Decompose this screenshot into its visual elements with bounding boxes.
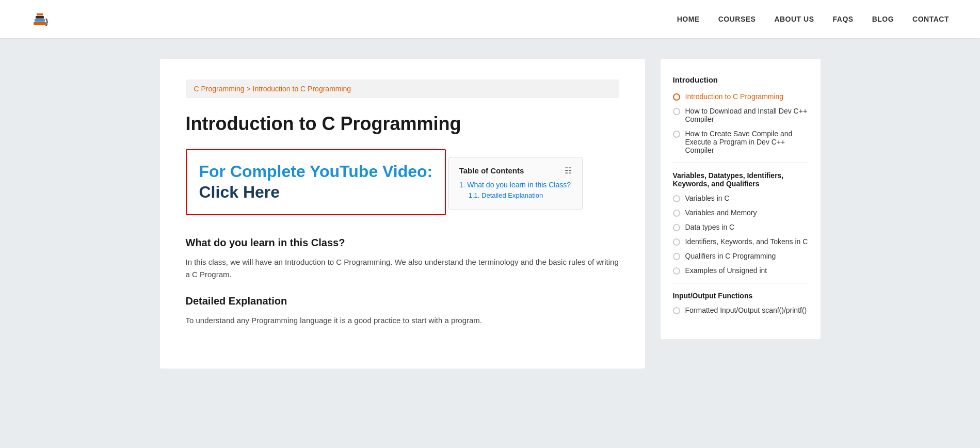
sidebar-item-label: Data types in C [685, 223, 735, 231]
sidebar-item-label: Identifiers, Keywords, and Tokens in C [685, 237, 808, 246]
page-title: Introduction to C Programming [186, 113, 619, 135]
sidebar-item-label: Variables and Memory [685, 209, 757, 217]
toc-list: 1. What do you learn in this Class? 1.1.… [459, 181, 572, 199]
header: } HOME COURSES ABOUT US FAQS BLOG CONTAC… [0, 0, 980, 38]
breadcrumb-link-cprogramming[interactable]: C Programming [194, 85, 245, 93]
sidebar-item-data-types[interactable]: Data types in C [673, 223, 808, 231]
sidebar-radio-var-6 [673, 267, 680, 275]
toc-item-1[interactable]: 1. What do you learn in this Class? 1.1.… [459, 181, 572, 199]
sidebar-item-intro-c-prog[interactable]: Introduction to C Programming [673, 92, 808, 101]
youtube-box[interactable]: For Complete YouTube Video: Click Here [186, 149, 446, 215]
sidebar-item-label: Introduction to C Programming [685, 92, 784, 101]
svg-rect-3 [37, 13, 43, 15]
sidebar-item-formatted-io[interactable]: Formatted Input/Output scanf()/printf() [673, 306, 808, 314]
sidebar-radio-inactive-1 [673, 108, 680, 115]
toc-sublink-1-1[interactable]: 1.1. Detailed Explanation [469, 191, 543, 199]
section2-heading: Detailed Explanation [186, 295, 619, 307]
sidebar-item-label: Qualifiers in C Programming [685, 252, 776, 260]
nav-item-faqs[interactable]: FAQS [833, 14, 854, 24]
sidebar-radio-var-4 [673, 238, 680, 246]
toc-title: Table of Contents [459, 166, 524, 175]
breadcrumb-link-intro[interactable]: Introduction to C Programming [253, 85, 351, 93]
sidebar-radio-active [673, 93, 680, 101]
sidebar-item-unsigned-int[interactable]: Examples of Unsigned int [673, 266, 808, 275]
youtube-link[interactable]: For Complete YouTube Video: Click Here [199, 162, 433, 203]
toc-subitem-1-1[interactable]: 1.1. Detailed Explanation [469, 191, 572, 199]
toc-sublist-1: 1.1. Detailed Explanation [469, 191, 572, 199]
toc-link-1[interactable]: 1. What do you learn in this Class? [459, 181, 571, 189]
main-nav: HOME COURSES ABOUT US FAQS BLOG CONTACT [677, 14, 949, 24]
section1-heading: What do you learn in this Class? [186, 237, 619, 249]
svg-text:}: } [45, 18, 49, 26]
sidebar-intro-title: Introduction [673, 75, 808, 84]
sidebar-radio-io-1 [673, 307, 680, 314]
sidebar-item-download-install[interactable]: How to Download and Install Dev C++ Comp… [673, 107, 808, 123]
nav-item-home[interactable]: HOME [677, 14, 700, 24]
sidebar-radio-var-1 [673, 195, 680, 202]
sidebar-divider-1 [673, 163, 808, 163]
youtube-line2: Click Here [199, 182, 433, 203]
breadcrumb-separator: > [246, 85, 252, 93]
sidebar-radio-inactive-2 [673, 131, 680, 138]
nav-item-blog[interactable]: BLOG [872, 14, 894, 24]
sidebar-divider-2 [673, 283, 808, 283]
sidebar: Introduction Introduction to C Programmi… [661, 59, 821, 339]
sidebar-item-label: How to Create Save Compile and Execute a… [685, 130, 808, 154]
sidebar-item-create-save[interactable]: How to Create Save Compile and Execute a… [673, 130, 808, 154]
nav-item-contact[interactable]: CONTACT [912, 14, 949, 24]
logo-area: } [31, 9, 52, 29]
svg-rect-2 [36, 16, 44, 19]
sidebar-radio-var-5 [673, 253, 680, 260]
youtube-line1: For Complete YouTube Video: [199, 162, 433, 181]
sidebar-item-qualifiers[interactable]: Qualifiers in C Programming [673, 252, 808, 260]
sidebar-item-identifiers[interactable]: Identifiers, Keywords, and Tokens in C [673, 237, 808, 246]
sidebar-io-list: Formatted Input/Output scanf()/printf() [673, 306, 808, 314]
main-content: C Programming > Introduction to C Progra… [160, 59, 645, 369]
sidebar-item-variables-c[interactable]: Variables in C [673, 194, 808, 202]
toc-toggle-icon[interactable]: ☷ [565, 166, 572, 175]
logo-icon: } [31, 9, 52, 29]
sidebar-intro-list: Introduction to C Programming How to Dow… [673, 92, 808, 154]
nav-item-aboutus[interactable]: ABOUT US [774, 14, 814, 24]
sidebar-item-label: How to Download and Install Dev C++ Comp… [685, 107, 808, 123]
sidebar-item-label: Formatted Input/Output scanf()/printf() [685, 306, 807, 314]
sidebar-radio-var-2 [673, 210, 680, 217]
page-wrapper: C Programming > Introduction to C Progra… [144, 59, 836, 369]
section2-body: To understand any Programming language i… [186, 314, 619, 327]
section1-body: In this class, we will have an Introduct… [186, 256, 619, 281]
sidebar-item-variables-memory[interactable]: Variables and Memory [673, 209, 808, 217]
sidebar-item-label: Examples of Unsigned int [685, 266, 767, 275]
sidebar-variables-title: Variables, Datatypes, Identifiers, Keywo… [673, 171, 808, 188]
table-of-contents: Table of Contents ☷ 1. What do you learn… [448, 157, 583, 210]
sidebar-item-label: Variables in C [685, 194, 730, 202]
svg-rect-0 [34, 22, 46, 25]
breadcrumb: C Programming > Introduction to C Progra… [186, 79, 619, 98]
sidebar-io-title: Input/Output Functions [673, 292, 808, 300]
svg-rect-1 [35, 19, 45, 22]
sidebar-variables-list: Variables in C Variables and Memory Data… [673, 194, 808, 275]
sidebar-radio-var-3 [673, 224, 680, 231]
nav-item-courses[interactable]: COURSES [718, 14, 756, 24]
